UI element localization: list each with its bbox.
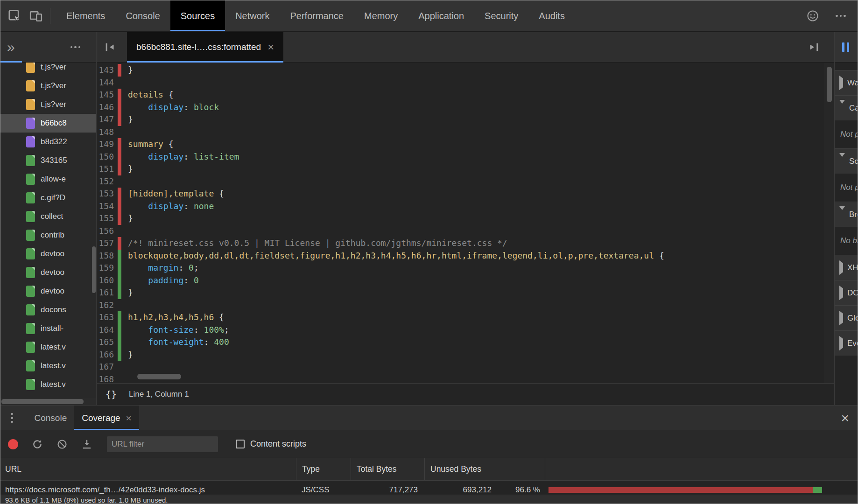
section-label: Event Listener Breakpoints (847, 339, 858, 348)
pause-script-execution-icon[interactable] (842, 42, 849, 52)
url-filter-input[interactable] (107, 436, 218, 452)
line-number[interactable]: 144 (97, 77, 115, 89)
column-header-total-bytes[interactable]: Total Bytes (351, 458, 424, 480)
close-coverage-tab-icon[interactable]: × (126, 413, 132, 423)
drawer-tab-coverage[interactable]: Coverage × (74, 406, 139, 430)
file-item[interactable]: latest.v (0, 375, 96, 394)
column-header-url[interactable]: URL (0, 458, 296, 480)
line-number[interactable]: 158 (97, 250, 115, 262)
tab-security[interactable]: Security (474, 0, 528, 31)
line-number[interactable]: 145 (97, 89, 115, 101)
line-number[interactable]: 153 (97, 188, 115, 200)
record-coverage-button[interactable] (8, 439, 18, 449)
line-number[interactable]: 151 (97, 163, 115, 175)
tab-network[interactable]: Network (225, 0, 280, 31)
column-header-unused-bytes[interactable]: Unused Bytes (424, 458, 545, 480)
navigator-more-options-icon[interactable] (70, 46, 81, 49)
disclosure-triangle-icon (839, 210, 845, 219)
file-item[interactable]: contrib (0, 226, 96, 245)
code-line: 145details { (97, 89, 824, 101)
drawer-menu-icon[interactable] (11, 413, 13, 423)
device-toolbar-icon[interactable] (28, 7, 44, 24)
line-number[interactable]: 160 (97, 274, 115, 287)
file-item[interactable]: t.js?ver (0, 77, 96, 95)
debugger-section-xhr-fetch-breakpoints[interactable]: XHR/fetch Breakpoints (835, 255, 858, 280)
line-number[interactable]: 154 (97, 200, 115, 213)
line-number[interactable]: 163 (97, 311, 115, 324)
line-number[interactable]: 162 (97, 299, 115, 312)
hide-navigator-icon[interactable] (102, 39, 119, 56)
file-item[interactable]: c.gif?D (0, 189, 96, 207)
file-item[interactable]: devtoo (0, 245, 96, 263)
debugger-section-call-stack[interactable]: Call Stack (835, 95, 858, 120)
editor-vertical-scrollbar-thumb[interactable] (827, 67, 832, 102)
debugger-section-dom-breakpoints[interactable]: DOM Breakpoints (835, 280, 858, 305)
clear-icon[interactable] (56, 439, 68, 450)
reload-icon[interactable] (31, 438, 43, 450)
file-item[interactable]: 343165 (0, 151, 96, 170)
tab-console[interactable]: Console (115, 0, 170, 31)
coverage-marker (118, 299, 121, 312)
editor-tab[interactable]: b66bc881.site-l….css:formatted × (127, 32, 283, 62)
tab-memory[interactable]: Memory (354, 0, 408, 31)
file-item[interactable]: allow-e (0, 170, 96, 189)
close-tab-icon[interactable]: × (267, 42, 274, 53)
file-item[interactable]: devtoo (0, 263, 96, 282)
tab-audits[interactable]: Audits (528, 0, 575, 31)
coverage-marker (118, 250, 121, 262)
line-number[interactable]: 152 (97, 175, 115, 188)
line-number[interactable]: 156 (97, 225, 115, 238)
pretty-print-icon[interactable]: {} (105, 389, 117, 400)
tab-application[interactable]: Application (408, 0, 474, 31)
debugger-section-watch[interactable]: Watch (835, 70, 858, 95)
debugger-section-scope[interactable]: Scope (835, 148, 858, 174)
line-number[interactable]: 165 (97, 336, 115, 349)
line-number[interactable]: 168 (97, 373, 115, 384)
file-item[interactable]: docons (0, 301, 96, 319)
content-scripts-checkbox[interactable] (236, 440, 245, 448)
line-number[interactable]: 155 (97, 212, 115, 225)
file-item[interactable]: devtoo (0, 282, 96, 301)
line-number[interactable]: 149 (97, 138, 115, 151)
editor-horizontal-scrollbar-thumb[interactable] (137, 374, 181, 379)
tab-elements[interactable]: Elements (56, 0, 115, 31)
file-item[interactable]: b8d322 (0, 133, 96, 151)
line-number[interactable]: 147 (97, 113, 115, 126)
line-number[interactable]: 164 (97, 324, 115, 336)
debugger-section-event-listener-breakpoints[interactable]: Event Listener Breakpoints (835, 330, 858, 356)
line-number[interactable]: 161 (97, 287, 115, 299)
navigator-vertical-scrollbar[interactable] (92, 246, 96, 293)
feedback-smiley-icon[interactable] (804, 7, 821, 24)
debugger-section-global-listeners[interactable]: Global Listeners (835, 305, 858, 330)
main-menu-icon[interactable] (832, 7, 849, 24)
line-number[interactable]: 159 (97, 262, 115, 274)
tab-sources[interactable]: Sources (170, 0, 225, 31)
debugger-section-breakpoints[interactable]: Breakpoints (835, 202, 858, 227)
close-drawer-icon[interactable]: × (841, 411, 849, 425)
show-debugger-panel-icon[interactable] (805, 39, 822, 56)
export-download-icon[interactable] (81, 438, 93, 450)
line-number[interactable]: 157 (97, 237, 115, 250)
line-number[interactable]: 148 (97, 126, 115, 139)
tab-performance[interactable]: Performance (280, 0, 354, 31)
file-item[interactable]: b66bc8 (0, 114, 96, 133)
line-number[interactable]: 167 (97, 361, 115, 373)
line-number[interactable]: 166 (97, 349, 115, 361)
file-item[interactable]: latest.v (0, 357, 96, 375)
file-item[interactable]: latest.v (0, 338, 96, 357)
navigator-horizontal-scrollbar-track[interactable] (0, 398, 96, 405)
column-header-type[interactable]: Type (296, 458, 351, 480)
drawer-tab-console[interactable]: Console (27, 406, 75, 430)
coverage-row[interactable]: https://docs.microsoft.com/_th…/42e0dd33… (0, 481, 858, 495)
editor-vertical-scrollbar-track[interactable] (824, 63, 834, 383)
file-item[interactable]: install- (0, 319, 96, 338)
line-number[interactable]: 146 (97, 101, 115, 114)
line-number[interactable]: 150 (97, 151, 115, 163)
file-item[interactable]: t.js?ver (0, 95, 96, 114)
file-item[interactable]: collect (0, 207, 96, 226)
more-tabs-chevron-icon[interactable]: » (7, 40, 15, 54)
navigator-horizontal-scrollbar-thumb[interactable] (1, 399, 84, 404)
code-area[interactable]: 143}144145details {146 display: block147… (97, 63, 824, 383)
line-number[interactable]: 143 (97, 64, 115, 77)
inspect-icon[interactable] (6, 7, 23, 24)
